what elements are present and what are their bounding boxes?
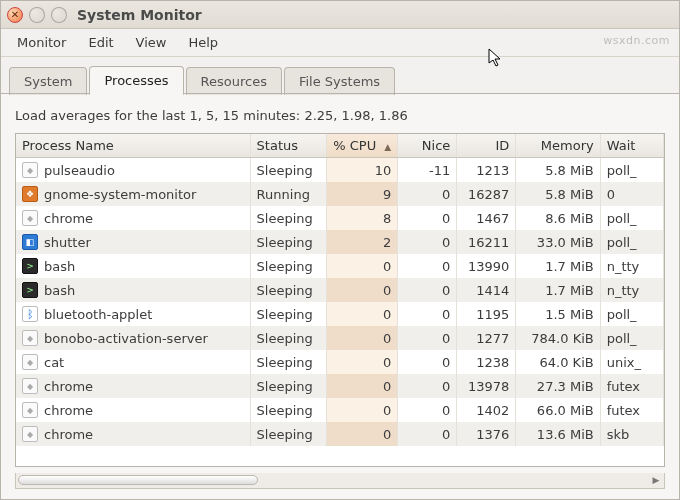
cell-cpu: 0	[326, 278, 398, 302]
tab-system[interactable]: System	[9, 67, 87, 95]
cell-id: 1376	[457, 422, 516, 446]
cell-status: Sleeping	[250, 230, 326, 254]
table-row[interactable]: chromeSleeping00137613.6 MiBskb	[16, 422, 664, 446]
scroll-right-icon[interactable]: ▶	[649, 474, 663, 486]
load-avg-label: Load averages for the last 1, 5, 15 minu…	[15, 108, 300, 123]
process-name-label: chrome	[44, 379, 93, 394]
minimize-icon[interactable]	[29, 7, 45, 23]
table-row[interactable]: catSleeping00123864.0 KiBunix_	[16, 350, 664, 374]
process-name-label: pulseaudio	[44, 163, 115, 178]
exec-icon	[22, 354, 38, 370]
cell-wait: poll_	[600, 158, 663, 183]
table-row[interactable]: chromeSleeping001397827.3 MiBfutex	[16, 374, 664, 398]
cell-memory: 1.7 MiB	[516, 278, 600, 302]
cell-id: 16287	[457, 182, 516, 206]
cell-cpu: 8	[326, 206, 398, 230]
cell-cpu: 0	[326, 422, 398, 446]
cell-nice: 0	[398, 302, 457, 326]
process-table[interactable]: Process Name Status % CPU ▲ Nice ID Memo…	[15, 133, 665, 467]
table-header-row: Process Name Status % CPU ▲ Nice ID Memo…	[16, 134, 664, 158]
process-name-label: bluetooth-applet	[44, 307, 152, 322]
col-status[interactable]: Status	[250, 134, 326, 158]
horizontal-scrollbar[interactable]: ◀ ▶	[15, 473, 665, 489]
table-row[interactable]: shutterSleeping201621133.0 MiBpoll_	[16, 230, 664, 254]
maximize-icon[interactable]	[51, 7, 67, 23]
scrollbar-thumb[interactable]	[18, 475, 258, 485]
cell-cpu: 10	[326, 158, 398, 183]
process-name-label: shutter	[44, 235, 91, 250]
cell-wait: futex	[600, 398, 663, 422]
window-title: System Monitor	[77, 7, 202, 23]
col-cpu[interactable]: % CPU ▲	[326, 134, 398, 158]
cell-status: Sleeping	[250, 326, 326, 350]
cell-id: 1238	[457, 350, 516, 374]
cell-nice: 0	[398, 398, 457, 422]
titlebar[interactable]: ✕ System Monitor	[1, 1, 679, 29]
cell-wait: futex	[600, 374, 663, 398]
cell-process-name: chrome	[16, 206, 250, 230]
cell-wait: 0	[600, 182, 663, 206]
system-monitor-window: ✕ System Monitor Monitor Edit View Help …	[0, 0, 680, 500]
col-process-name[interactable]: Process Name	[16, 134, 250, 158]
cell-nice: 0	[398, 350, 457, 374]
cell-memory: 5.8 MiB	[516, 182, 600, 206]
cell-memory: 1.7 MiB	[516, 254, 600, 278]
cell-cpu: 0	[326, 350, 398, 374]
cell-process-name: bluetooth-applet	[16, 302, 250, 326]
close-icon[interactable]: ✕	[7, 7, 23, 23]
table-row[interactable]: chromeSleeping00140266.0 MiBfutex	[16, 398, 664, 422]
col-wait[interactable]: Wait	[600, 134, 663, 158]
cell-process-name: shutter	[16, 230, 250, 254]
cell-process-name: cat	[16, 350, 250, 374]
cell-process-name: bash	[16, 254, 250, 278]
col-nice[interactable]: Nice	[398, 134, 457, 158]
sort-asc-icon: ▲	[384, 142, 391, 152]
cell-status: Sleeping	[250, 374, 326, 398]
exec-icon	[22, 426, 38, 442]
cell-status: Sleeping	[250, 254, 326, 278]
app-orange-icon	[22, 186, 38, 202]
process-name-label: cat	[44, 355, 64, 370]
term-icon	[22, 282, 38, 298]
process-name-label: chrome	[44, 211, 93, 226]
table-row[interactable]: bluetooth-appletSleeping0011951.5 MiBpol…	[16, 302, 664, 326]
cell-process-name: bash	[16, 278, 250, 302]
cell-process-name: chrome	[16, 374, 250, 398]
menu-view[interactable]: View	[126, 31, 177, 54]
cell-memory: 33.0 MiB	[516, 230, 600, 254]
tab-resources[interactable]: Resources	[186, 67, 282, 95]
cell-status: Sleeping	[250, 302, 326, 326]
cell-cpu: 0	[326, 398, 398, 422]
tabbar: System Processes Resources File Systems	[1, 57, 679, 94]
table-row[interactable]: bonobo-activation-serverSleeping00127778…	[16, 326, 664, 350]
cell-status: Running	[250, 182, 326, 206]
table-row[interactable]: bashSleeping00139901.7 MiBn_tty	[16, 254, 664, 278]
cell-memory: 66.0 MiB	[516, 398, 600, 422]
cell-wait: poll_	[600, 230, 663, 254]
cell-status: Sleeping	[250, 350, 326, 374]
term-icon	[22, 258, 38, 274]
exec-icon	[22, 330, 38, 346]
col-cpu-label: % CPU	[333, 138, 376, 153]
cell-id: 16211	[457, 230, 516, 254]
table-row[interactable]: gnome-system-monitorRunning90162875.8 Mi…	[16, 182, 664, 206]
table-row[interactable]: bashSleeping0014141.7 MiBn_tty	[16, 278, 664, 302]
cell-cpu: 2	[326, 230, 398, 254]
tab-processes[interactable]: Processes	[89, 66, 183, 95]
cell-memory: 1.5 MiB	[516, 302, 600, 326]
col-id[interactable]: ID	[457, 134, 516, 158]
load-avg-values: 2.25, 1.98, 1.86	[304, 108, 407, 123]
menu-help[interactable]: Help	[178, 31, 228, 54]
table-row[interactable]: pulseaudioSleeping10-1112135.8 MiBpoll_	[16, 158, 664, 183]
tab-filesystems[interactable]: File Systems	[284, 67, 395, 95]
table-row[interactable]: chromeSleeping8014678.6 MiBpoll_	[16, 206, 664, 230]
col-memory[interactable]: Memory	[516, 134, 600, 158]
cell-wait: unix_	[600, 350, 663, 374]
process-name-label: bash	[44, 283, 75, 298]
cell-nice: 0	[398, 374, 457, 398]
cell-wait: n_tty	[600, 254, 663, 278]
exec-icon	[22, 402, 38, 418]
menu-monitor[interactable]: Monitor	[7, 31, 76, 54]
cell-id: 1277	[457, 326, 516, 350]
menu-edit[interactable]: Edit	[78, 31, 123, 54]
